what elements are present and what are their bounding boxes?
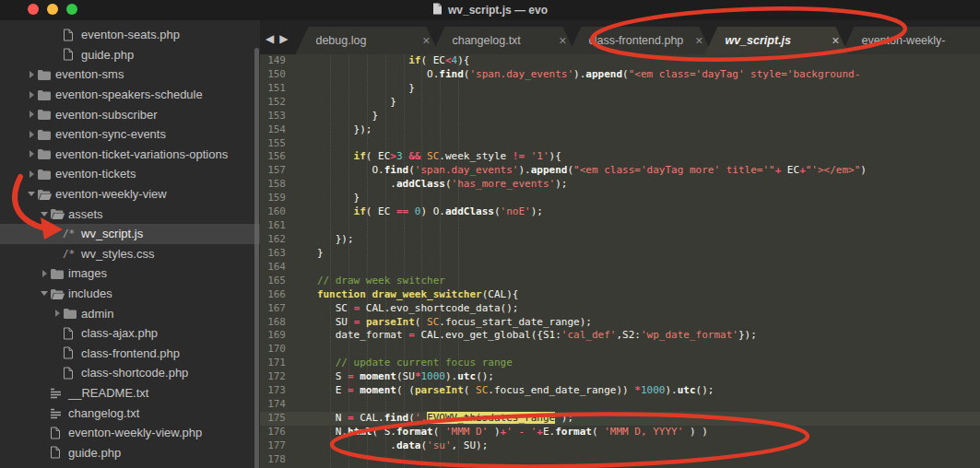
sidebar-item-eventon-seats-php[interactable]: eventon-seats.php	[0, 25, 260, 45]
code-file-icon: /*	[63, 228, 81, 240]
close-icon[interactable]: ×	[417, 33, 430, 48]
code-line: 159 }	[260, 192, 980, 205]
sidebar-item-class-shortcode-php[interactable]: class-shortcode.php	[0, 363, 260, 383]
code-text: O.find('span.day_events').append("<em cl…	[299, 164, 980, 178]
code-text: SU = parseInt( SC.focus_start_date_range…	[299, 316, 980, 330]
code-line: 167 SC = CAL.evo_shortcode_data();	[260, 302, 980, 316]
code-editor[interactable]: 149 if( EC<4){150 O.find('span.day_event…	[260, 54, 980, 468]
line-number: 161	[260, 219, 299, 233]
sidebar-item-eventon-tickets[interactable]: eventon-tickets	[0, 164, 260, 184]
window-title: wv_script.js — evo	[448, 4, 548, 17]
line-number: 152	[260, 96, 299, 110]
folder-icon	[50, 288, 68, 299]
sidebar-item-label: includes	[68, 287, 112, 300]
sidebar-item-includes[interactable]: includes	[0, 284, 260, 304]
line-number: 167	[260, 302, 299, 316]
chevron-right-icon[interactable]	[26, 71, 37, 78]
code-line: 172 S = moment(SU*1000).utc();	[260, 370, 980, 384]
chevron-down-icon[interactable]	[39, 212, 50, 216]
line-number: 159	[260, 192, 299, 205]
tab-debug-log[interactable]: debug.log×	[295, 27, 439, 54]
code-text: O.find('span.day_events').append("<em cl…	[299, 68, 980, 82]
chevron-right-icon[interactable]	[26, 131, 37, 138]
code-text	[299, 137, 980, 151]
minimize-window-button[interactable]	[47, 4, 58, 15]
folder-icon	[37, 189, 55, 200]
app-window: wv_script.js — evo eventon-seats.phpguid…	[0, 0, 980, 468]
sidebar: eventon-seats.phpguide.phpeventon-smseve…	[0, 20, 260, 468]
sidebar-item-class-ajax-php[interactable]: class-ajax.php	[0, 323, 260, 344]
sidebar-item-eventon-weekly-view-php[interactable]: eventon-weekly-view.php	[0, 423, 260, 443]
sidebar-item-wv-styles-css[interactable]: /*wv_styles.css	[0, 244, 260, 264]
close-icon[interactable]: ×	[826, 33, 839, 48]
sidebar-item-assets[interactable]: assets	[0, 204, 260, 224]
chevron-right-icon[interactable]	[26, 91, 37, 99]
sidebar-item-eventon-weekly-view[interactable]: eventon-weekly-view	[0, 184, 260, 205]
tab-wv-script-js[interactable]: wv_script.js×	[704, 27, 848, 54]
sidebar-item-label: images	[68, 266, 107, 280]
code-line: 158 .addClass('has_more_events');	[260, 178, 980, 192]
sidebar-item-wv-script-js[interactable]: /*wv_script.js	[0, 224, 260, 244]
line-number: 165	[260, 275, 299, 288]
line-number: 168	[260, 316, 299, 330]
chevron-right-icon[interactable]	[39, 270, 50, 277]
sidebar-item-label: __README.txt	[68, 386, 148, 400]
file-icon	[50, 427, 68, 439]
sidebar-item-label: eventon-subscriber	[55, 108, 158, 122]
sidebar-item-readme-txt[interactable]: __README.txt	[0, 383, 260, 404]
sidebar-item-guide-php[interactable]: guide.php	[0, 45, 260, 65]
code-text: .addClass('has_more_events');	[299, 178, 980, 192]
file-icon	[63, 48, 81, 61]
close-window-button[interactable]	[28, 4, 39, 15]
sidebar-item-label: eventon-sync-events	[55, 127, 166, 141]
tab-changelog-txt[interactable]: changelog.txt×	[431, 27, 575, 54]
zoom-window-button[interactable]	[66, 4, 77, 15]
sidebar-item-class-frontend-php[interactable]: class-frontend.php	[0, 344, 260, 364]
code-text: E = moment( (parseInt( SC.focus_end_date…	[299, 384, 980, 398]
code-text	[299, 261, 980, 275]
sidebar-item-label: eventon-seats.php	[81, 28, 180, 41]
code-line: 161	[260, 219, 980, 233]
chevron-right-icon[interactable]	[26, 111, 37, 118]
sidebar-item-images[interactable]: images	[0, 263, 260, 284]
sidebar-item-label: wv_script.js	[81, 227, 143, 240]
sidebar-item-guide-php[interactable]: guide.php	[0, 442, 260, 462]
sidebar-item-eventon-sms[interactable]: eventon-sms	[0, 64, 260, 85]
tab-class-frontend-php[interactable]: class-frontend.php×	[568, 27, 712, 54]
chevron-right-icon[interactable]	[52, 310, 63, 317]
code-line: 165 // draw week switcher	[260, 275, 980, 288]
sidebar-item-admin[interactable]: admin	[0, 303, 260, 323]
close-icon[interactable]: ×	[690, 33, 703, 48]
line-number: 171	[260, 357, 299, 370]
forward-icon[interactable]: ▶	[279, 32, 288, 45]
sidebar-item-eventon-sync-events[interactable]: eventon-sync-events	[0, 124, 260, 145]
file-icon	[63, 346, 81, 359]
chevron-right-icon[interactable]	[26, 170, 37, 178]
tab-label: wv_script.js	[725, 34, 826, 47]
code-text	[299, 453, 980, 467]
chevron-right-icon[interactable]	[26, 150, 37, 158]
back-icon[interactable]: ◀	[266, 32, 274, 45]
tab-eventon-weekly[interactable]: eventon-weekly-	[841, 27, 980, 54]
sidebar-item-eventon-ticket-variations-options[interactable]: eventon-ticket-variations-options	[0, 145, 260, 165]
sidebar-item-changelog-txt[interactable]: changelog.txt	[0, 403, 260, 423]
code-line: 177 .data('su', SU);	[260, 439, 980, 453]
code-line: 164	[260, 261, 980, 275]
sidebar-item-eventon-subscriber[interactable]: eventon-subscriber	[0, 104, 260, 124]
sidebar-item-eventon-speakers-schedule[interactable]: eventon-speakers-schedule	[0, 85, 260, 105]
close-icon[interactable]: ×	[553, 33, 566, 48]
code-line: 154 });	[260, 123, 980, 137]
sidebar-item-label: assets	[68, 207, 103, 221]
tab-bar: ◀ ▶ debug.log×changelog.txt×class-fronte…	[260, 20, 980, 54]
file-icon	[50, 446, 68, 459]
chevron-down-icon[interactable]	[39, 291, 50, 296]
sidebar-scrollbar[interactable]	[254, 48, 259, 468]
sidebar-item-label: eventon-speakers-schedule	[55, 88, 203, 101]
line-number: 153	[260, 110, 299, 123]
chevron-down-icon[interactable]	[26, 192, 37, 196]
code-line: 166 function draw_week_switcher(CAL){	[260, 288, 980, 302]
code-line: 176 N.html( S.format( 'MMM D' )+' - '+E.…	[260, 426, 980, 439]
code-text: });	[299, 233, 980, 247]
code-text: N = CAL.find('.EVOWV_thisdates_range');	[299, 412, 980, 426]
code-text: function draw_week_switcher(CAL){	[299, 288, 980, 302]
